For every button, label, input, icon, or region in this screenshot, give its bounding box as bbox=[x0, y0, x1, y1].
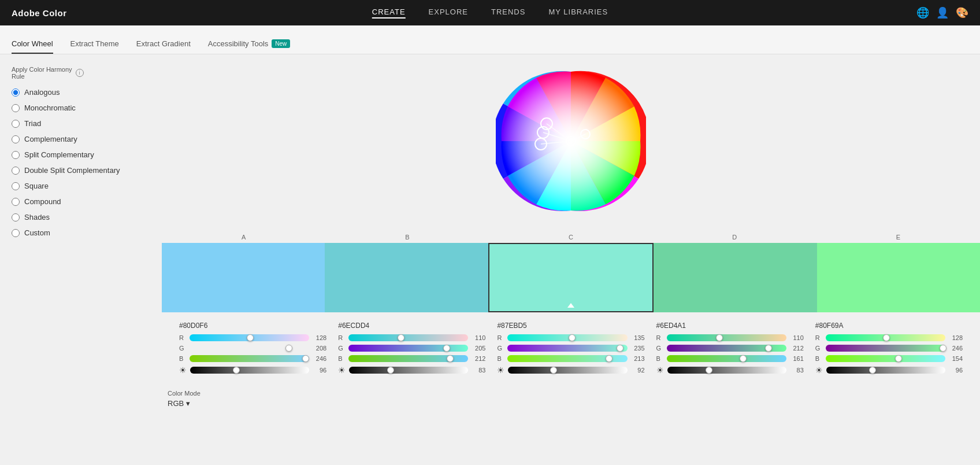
color-wheel[interactable] bbox=[496, 66, 646, 216]
option-split-complementary-label: Split Complementary bbox=[24, 150, 94, 159]
slider-r-e: R 128 bbox=[815, 334, 963, 341]
user-icon[interactable]: 👤 bbox=[936, 6, 949, 19]
brand-logo: Adobe Color bbox=[12, 8, 67, 18]
val-b-e: 154 bbox=[949, 355, 963, 362]
radio-split-complementary[interactable] bbox=[12, 151, 20, 159]
radio-compound[interactable] bbox=[12, 198, 20, 206]
option-custom-label: Custom bbox=[24, 228, 50, 237]
val-b-d: 161 bbox=[790, 355, 804, 362]
radio-square[interactable] bbox=[12, 182, 20, 190]
color-wheel-svg bbox=[496, 66, 646, 216]
slider-br-c: ☀ 92 bbox=[497, 366, 644, 375]
nav-create[interactable]: CREATE bbox=[372, 8, 406, 19]
track-b-d[interactable] bbox=[667, 355, 786, 362]
val-b-a: 246 bbox=[313, 355, 326, 362]
sliders-section: #80D0F6 R 128 G bbox=[162, 312, 980, 387]
slider-g-b: G 205 bbox=[338, 345, 485, 352]
track-b-a[interactable] bbox=[190, 355, 309, 362]
val-b-b: 212 bbox=[472, 355, 485, 362]
globe-icon[interactable]: 🌐 bbox=[916, 6, 929, 19]
nav-trends[interactable]: TRENDS bbox=[491, 8, 525, 19]
radio-double-split[interactable] bbox=[12, 167, 20, 175]
option-complementary[interactable]: Complementary bbox=[12, 135, 150, 143]
nav-libraries[interactable]: MY LIBRARIES bbox=[548, 8, 608, 19]
option-monochromatic[interactable]: Monochromatic bbox=[12, 104, 150, 112]
radio-triad[interactable] bbox=[12, 120, 20, 128]
tab-extract-theme[interactable]: Extract Theme bbox=[70, 39, 119, 54]
track-r-c[interactable] bbox=[507, 334, 627, 341]
radio-monochromatic[interactable] bbox=[12, 104, 20, 112]
slider-r-c: R 135 bbox=[497, 334, 644, 341]
option-shades[interactable]: Shades bbox=[12, 213, 150, 222]
nav-right: 🌐 👤 🎨 bbox=[916, 6, 968, 19]
option-double-split[interactable]: Double Split Complementary bbox=[12, 166, 150, 175]
track-g-d[interactable] bbox=[667, 345, 786, 352]
track-r-e[interactable] bbox=[826, 334, 945, 341]
brightness-icon-e: ☀ bbox=[815, 366, 823, 375]
color-icon[interactable]: 🎨 bbox=[956, 6, 968, 19]
radio-complementary[interactable] bbox=[12, 135, 20, 143]
label-b-d: B bbox=[656, 355, 663, 362]
swatch-d[interactable] bbox=[654, 243, 816, 312]
track-g-b[interactable] bbox=[348, 345, 468, 352]
track-r-b[interactable] bbox=[348, 334, 468, 341]
option-double-split-label: Double Split Complementary bbox=[24, 166, 120, 175]
color-mode-select[interactable]: RGB ▾ bbox=[168, 399, 225, 408]
hex-c: #87EBD5 bbox=[497, 322, 644, 330]
track-br-c[interactable] bbox=[508, 367, 627, 374]
track-r-d[interactable] bbox=[667, 334, 786, 341]
track-g-e[interactable] bbox=[826, 345, 945, 352]
track-b-c[interactable] bbox=[507, 355, 627, 362]
option-split-complementary[interactable]: Split Complementary bbox=[12, 150, 150, 159]
slider-g-e: G 246 bbox=[815, 345, 963, 352]
tab-color-wheel-label: Color Wheel bbox=[12, 39, 53, 48]
label-r-b: R bbox=[338, 334, 345, 341]
option-triad[interactable]: Triad bbox=[12, 119, 150, 128]
swatch-label-a: A bbox=[162, 234, 325, 243]
track-br-e[interactable] bbox=[826, 367, 945, 374]
tab-color-wheel[interactable]: Color Wheel bbox=[12, 39, 53, 54]
swatch-a[interactable] bbox=[162, 243, 325, 312]
label-b-e: B bbox=[815, 355, 822, 362]
radio-analogous[interactable] bbox=[12, 88, 20, 97]
val-r-d: 110 bbox=[790, 334, 804, 341]
hex-b: #6ECDD4 bbox=[338, 322, 485, 330]
option-analogous[interactable]: Analogous bbox=[12, 88, 150, 97]
slider-br-d: ☀ 83 bbox=[656, 366, 804, 375]
tab-accessibility-tools[interactable]: Accessibility Tools New bbox=[208, 39, 291, 54]
swatches-section: A B C D E bbox=[162, 234, 980, 312]
slider-r-d: R 110 bbox=[656, 334, 804, 341]
brightness-icon-a: ☀ bbox=[179, 366, 187, 375]
option-compound-label: Compound bbox=[24, 197, 61, 206]
track-br-a[interactable] bbox=[190, 367, 309, 374]
val-r-e: 128 bbox=[949, 334, 963, 341]
track-b-e[interactable] bbox=[826, 355, 945, 362]
swatches-row bbox=[162, 243, 980, 312]
chevron-down-icon: ▾ bbox=[186, 399, 190, 408]
option-custom[interactable]: Custom bbox=[12, 228, 150, 237]
radio-custom[interactable] bbox=[12, 229, 20, 237]
track-g-a[interactable] bbox=[190, 345, 309, 352]
slider-g-d: G 212 bbox=[656, 345, 804, 352]
swatch-e[interactable] bbox=[817, 243, 980, 312]
swatch-c[interactable] bbox=[488, 243, 654, 312]
tab-extract-gradient[interactable]: Extract Gradient bbox=[136, 39, 191, 54]
option-complementary-label: Complementary bbox=[24, 135, 77, 143]
option-compound[interactable]: Compound bbox=[12, 197, 150, 206]
val-br-e: 96 bbox=[949, 367, 963, 374]
radio-shades[interactable] bbox=[12, 213, 20, 222]
label-b-b: B bbox=[338, 355, 345, 362]
nav-explore[interactable]: EXPLORE bbox=[429, 8, 468, 19]
track-g-c[interactable] bbox=[507, 345, 627, 352]
option-square[interactable]: Square bbox=[12, 182, 150, 190]
track-br-b[interactable] bbox=[349, 367, 468, 374]
swatch-b[interactable] bbox=[325, 243, 488, 312]
track-br-d[interactable] bbox=[667, 367, 786, 374]
info-icon[interactable]: i bbox=[76, 69, 84, 77]
track-b-b[interactable] bbox=[348, 355, 468, 362]
color-mode-label: Color Mode bbox=[168, 390, 225, 397]
hex-a: #80D0F6 bbox=[179, 322, 326, 330]
val-br-b: 83 bbox=[472, 367, 485, 374]
track-r-a[interactable] bbox=[190, 334, 309, 341]
new-badge: New bbox=[272, 39, 290, 48]
